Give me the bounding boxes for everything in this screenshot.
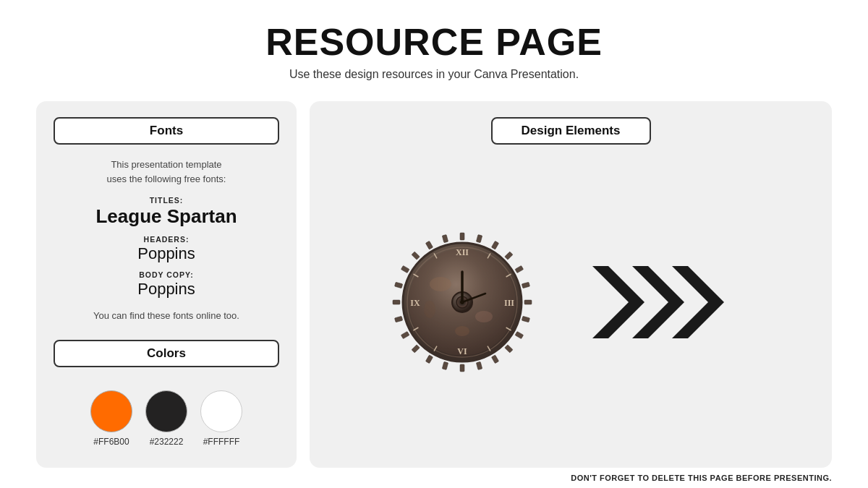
svg-point-27 — [430, 277, 451, 291]
svg-point-49 — [460, 300, 464, 304]
svg-rect-16 — [401, 331, 409, 338]
font-entry-headers: HEADERS: Poppins — [137, 235, 195, 263]
left-panel: Fonts This presentation templateuses the… — [36, 101, 297, 468]
page-title: RESOURCE PAGE — [0, 20, 868, 64]
font-name-bodycopy: Poppins — [137, 280, 195, 299]
svg-rect-11 — [476, 361, 482, 369]
svg-rect-6 — [524, 300, 532, 304]
color-circle-orange — [90, 390, 132, 432]
svg-rect-1 — [476, 234, 482, 242]
color-swatch-orange: #FF6B00 — [90, 390, 132, 447]
font-label-bodycopy: BODY COPY: — [137, 270, 195, 279]
font-name-headers: Poppins — [137, 244, 195, 263]
font-entry-bodycopy: BODY COPY: Poppins — [137, 270, 195, 299]
svg-rect-2 — [491, 241, 498, 249]
svg-rect-15 — [412, 344, 420, 352]
design-elements-area: XII III VI IX — [331, 152, 810, 452]
arrows-container — [578, 259, 752, 346]
svg-rect-20 — [401, 265, 409, 273]
font-entry-titles: TITLES: League Spartan — [95, 196, 237, 228]
fonts-description: This presentation templateuses the follo… — [107, 158, 226, 186]
color-hex-dark: #232222 — [150, 437, 184, 447]
svg-rect-5 — [522, 282, 529, 288]
svg-rect-19 — [394, 282, 402, 288]
colors-section: Colors #FF6B00 #232222 #FFFFFF — [54, 340, 279, 447]
svg-text:XII: XII — [456, 247, 469, 257]
svg-rect-17 — [394, 316, 402, 322]
fonts-badge: Fonts — [54, 117, 279, 145]
right-panel: Design Elements — [310, 101, 832, 468]
svg-rect-23 — [442, 234, 448, 242]
color-circle-dark — [145, 390, 187, 432]
svg-text:III: III — [504, 298, 514, 308]
colors-badge: Colors — [54, 340, 279, 367]
main-content: Fonts This presentation templateuses the… — [36, 101, 832, 468]
design-badge-row: Design Elements — [331, 117, 810, 145]
svg-rect-9 — [505, 344, 513, 352]
fonts-find-text: You can find these fonts online too. — [93, 310, 239, 321]
svg-rect-12 — [460, 364, 464, 372]
svg-point-28 — [475, 311, 493, 322]
svg-rect-21 — [412, 251, 420, 259]
svg-rect-13 — [442, 361, 448, 369]
color-swatch-dark: #232222 — [145, 390, 187, 447]
clock-container: XII III VI IX — [390, 230, 535, 374]
svg-rect-22 — [425, 241, 433, 249]
svg-point-30 — [424, 301, 435, 318]
svg-rect-8 — [515, 331, 524, 338]
svg-rect-4 — [515, 265, 524, 273]
font-label-headers: HEADERS: — [137, 235, 195, 244]
fonts-section: Fonts This presentation templateuses the… — [54, 117, 279, 325]
font-name-titles: League Spartan — [95, 205, 237, 228]
color-swatches: #FF6B00 #232222 #FFFFFF — [90, 390, 242, 447]
svg-text:VI: VI — [457, 346, 467, 356]
svg-rect-14 — [425, 354, 433, 363]
color-swatch-white: #FFFFFF — [200, 390, 242, 447]
svg-marker-50 — [592, 266, 644, 338]
arrows-icon — [578, 259, 752, 346]
svg-point-29 — [455, 326, 469, 336]
svg-rect-0 — [460, 233, 464, 240]
color-hex-white: #FFFFFF — [203, 437, 240, 447]
design-elements-badge: Design Elements — [491, 117, 651, 145]
svg-rect-18 — [393, 300, 400, 304]
clock-icon: XII III VI IX — [390, 230, 535, 374]
svg-text:IX: IX — [410, 298, 420, 308]
footer-note: DON'T FORGET TO DELETE THIS PAGE BEFORE … — [0, 468, 868, 488]
page-subtitle: Use these design resources in your Canva… — [0, 68, 868, 81]
svg-rect-3 — [505, 251, 513, 259]
color-circle-white — [200, 390, 242, 432]
font-label-titles: TITLES: — [95, 196, 237, 205]
color-hex-orange: #FF6B00 — [93, 437, 129, 447]
svg-rect-10 — [491, 354, 498, 363]
svg-rect-7 — [522, 316, 529, 322]
page-header: RESOURCE PAGE Use these design resources… — [0, 0, 868, 88]
